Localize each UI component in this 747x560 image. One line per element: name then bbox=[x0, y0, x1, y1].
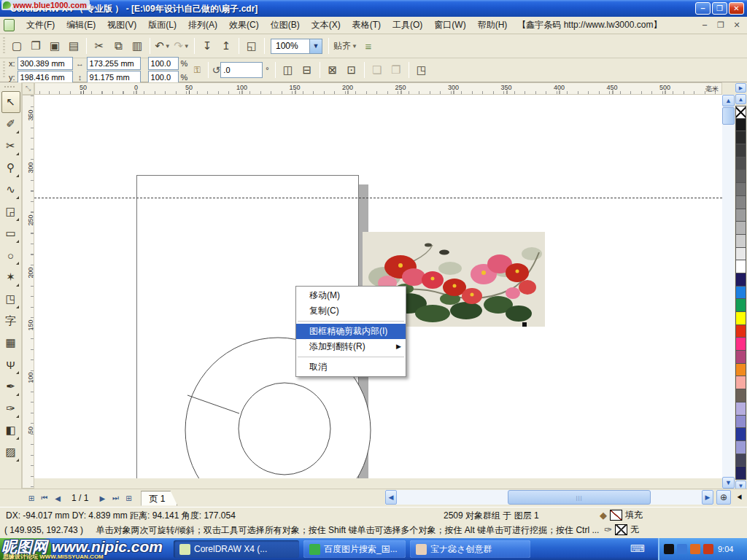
color-swatch[interactable] bbox=[735, 273, 746, 287]
menu-item-文件F[interactable]: 文件(F) bbox=[20, 17, 61, 34]
eyedropper-tool[interactable]: ✒ bbox=[1, 376, 20, 397]
pick-tool[interactable]: ↖ bbox=[1, 91, 20, 113]
zoom-tool[interactable]: ⚲ bbox=[1, 157, 20, 179]
toolbar-grip[interactable] bbox=[1, 61, 7, 79]
pan-corner-button[interactable]: ⯇ bbox=[733, 490, 746, 505]
menu-item-编辑E[interactable]: 编辑(E) bbox=[61, 17, 101, 34]
basic-shapes-tool[interactable]: ◳ bbox=[1, 288, 20, 310]
interactive-blend-tool[interactable]: Ψ bbox=[1, 354, 20, 376]
horizontal-scrollbar[interactable]: ◀ ||| ▶ bbox=[385, 490, 713, 505]
rotation-angle-field[interactable]: .0 bbox=[220, 62, 263, 78]
color-swatch-none[interactable] bbox=[735, 106, 746, 119]
color-swatch[interactable] bbox=[735, 428, 746, 441]
chevron-down-icon[interactable]: ▼ bbox=[309, 39, 322, 53]
color-swatch[interactable] bbox=[735, 338, 746, 351]
color-swatch[interactable] bbox=[735, 402, 746, 416]
copy-button[interactable]: ⧉ bbox=[109, 37, 127, 55]
selection-handle[interactable] bbox=[522, 322, 527, 327]
new-document-button[interactable]: ▢ bbox=[8, 37, 26, 55]
sound-icon[interactable] bbox=[690, 544, 700, 554]
x-position-field[interactable]: 300.389 mm bbox=[18, 57, 73, 70]
scale-y-field[interactable]: 100.0 bbox=[148, 71, 179, 84]
color-swatch[interactable] bbox=[735, 158, 746, 171]
scroll-left-button[interactable]: ◀ bbox=[385, 490, 397, 505]
outline-color-swatch[interactable] bbox=[615, 524, 627, 535]
menu-item-工具O[interactable]: 工具(O) bbox=[387, 17, 428, 34]
last-page-button[interactable]: ⏭ bbox=[109, 491, 122, 505]
scroll-right-button[interactable]: ▶ bbox=[702, 490, 713, 505]
context-menu-item-移动M[interactable]: 移动(M) bbox=[296, 288, 406, 303]
first-page-button[interactable]: ⏮ bbox=[38, 491, 51, 505]
menu-item-表格T[interactable]: 表格(T) bbox=[347, 17, 387, 34]
restore-button[interactable]: ❐ bbox=[712, 2, 727, 15]
vertical-scrollbar[interactable]: ▲ ▼ bbox=[722, 95, 735, 489]
scroll-up-button[interactable]: ▲ bbox=[722, 95, 735, 106]
doc-close-button[interactable]: ✕ bbox=[731, 20, 743, 31]
horizontal-ruler[interactable]: 毫米 50050100150200250300350400450500 bbox=[34, 82, 722, 95]
toolbox-grip[interactable] bbox=[0, 85, 21, 90]
color-swatch[interactable] bbox=[735, 312, 746, 325]
crop-tool[interactable]: ✂ bbox=[1, 135, 20, 157]
application-launcher-button[interactable]: ◱ bbox=[243, 37, 260, 55]
color-swatch[interactable] bbox=[735, 287, 746, 300]
add-page-button[interactable]: ⊞ bbox=[122, 491, 135, 505]
object-width-field[interactable]: 173.255 mm bbox=[87, 57, 141, 70]
color-swatch[interactable] bbox=[735, 351, 746, 364]
horizontal-scroll-thumb[interactable]: ||| bbox=[508, 490, 651, 505]
color-swatch[interactable] bbox=[735, 196, 746, 209]
doc-minimize-button[interactable]: ‒ bbox=[699, 20, 711, 31]
color-swatch[interactable] bbox=[735, 144, 746, 158]
polygon-tool[interactable]: ✶ bbox=[1, 266, 20, 288]
menu-item-版面L[interactable]: 版面(L) bbox=[142, 17, 182, 34]
palette-flyout-button[interactable]: ▶ bbox=[735, 83, 746, 93]
keyboard-layout-icon[interactable]: ⌨ bbox=[630, 542, 645, 554]
open-button[interactable]: ❐ bbox=[27, 37, 44, 55]
shape-tool[interactable]: ✐ bbox=[1, 113, 20, 135]
lock-ratio-button[interactable]: ⚿ bbox=[190, 61, 204, 79]
context-menu-item-添加到翻转R[interactable]: 添加到翻转(R)▶ bbox=[296, 339, 406, 354]
network-icon[interactable] bbox=[677, 544, 687, 554]
print-button[interactable]: ▤ bbox=[65, 37, 82, 55]
color-swatch[interactable] bbox=[735, 364, 746, 377]
scroll-down-button[interactable]: ▼ bbox=[722, 477, 735, 489]
drawing-canvas[interactable]: 移动(M)复制(C)图框精确剪裁内部(I)添加到翻转(R)▶取消 bbox=[34, 95, 722, 478]
color-swatch[interactable] bbox=[735, 260, 746, 273]
vertical-ruler[interactable]: 35030025020015010050 bbox=[22, 95, 34, 489]
color-swatch[interactable] bbox=[735, 170, 746, 183]
fill-tool[interactable]: ◧ bbox=[1, 419, 20, 441]
mirror-vertical-button[interactable]: ⊟ bbox=[298, 61, 316, 79]
y-position-field[interactable]: 198.416 mm bbox=[18, 71, 73, 84]
ungroup-button[interactable]: ❐ bbox=[387, 61, 405, 79]
redo-button[interactable]: ↷▼ bbox=[173, 37, 190, 55]
next-page-button[interactable]: ▶ bbox=[96, 491, 109, 505]
color-swatch[interactable] bbox=[735, 131, 746, 144]
paste-button[interactable]: ▥ bbox=[128, 37, 146, 55]
taskbar-button-2[interactable]: 百度图片搜索_国... bbox=[303, 540, 406, 558]
color-swatch[interactable] bbox=[735, 299, 746, 312]
fill-color-swatch[interactable] bbox=[610, 510, 622, 521]
color-swatch[interactable] bbox=[735, 389, 746, 402]
menu-item-排列A[interactable]: 排列(A) bbox=[182, 17, 223, 34]
color-swatch[interactable] bbox=[735, 441, 746, 454]
ruler-origin-button[interactable]: ⤡ bbox=[22, 82, 34, 95]
menu-item-文本X[interactable]: 文本(X) bbox=[306, 17, 347, 34]
palette-scroll-up-button[interactable]: ▲ bbox=[735, 94, 746, 104]
snap-to-button[interactable]: 贴齐 ▼ bbox=[333, 37, 358, 55]
toolbar-grip[interactable] bbox=[1, 37, 7, 55]
context-menu-item-复制C[interactable]: 复制(C) bbox=[296, 303, 406, 319]
add-page-button[interactable]: ⊞ bbox=[25, 491, 38, 505]
export-button[interactable]: ↥ bbox=[217, 37, 235, 55]
behind-text-button[interactable]: ⊡ bbox=[343, 61, 360, 79]
close-button[interactable]: ✕ bbox=[729, 2, 744, 15]
smart-fill-tool[interactable]: ◲ bbox=[1, 201, 20, 222]
ellipse-tool[interactable]: ○ bbox=[1, 244, 20, 266]
color-swatch[interactable] bbox=[735, 119, 746, 132]
menu-item-窗口W[interactable]: 窗口(W) bbox=[428, 17, 471, 34]
color-swatch[interactable] bbox=[735, 376, 746, 389]
wrap-text-button[interactable]: ⊠ bbox=[324, 61, 341, 79]
document-navigator-button[interactable]: ⊕ bbox=[716, 490, 731, 505]
order-button[interactable]: ◳ bbox=[413, 61, 430, 79]
menu-item-效果C[interactable]: 效果(C) bbox=[223, 17, 265, 34]
group-button[interactable]: ❏ bbox=[368, 61, 386, 79]
outline-pen-tool[interactable]: ✑ bbox=[1, 397, 20, 419]
